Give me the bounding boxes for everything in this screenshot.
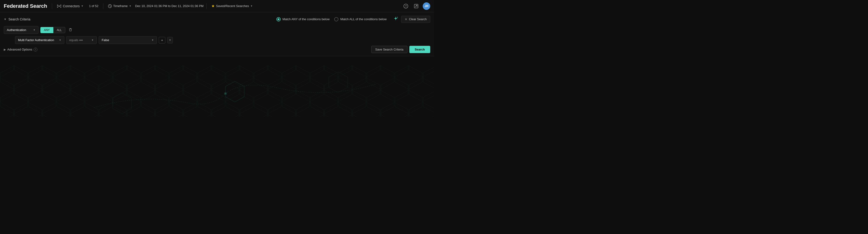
condition-row: Multi Factor Authentication ▼ equals == … [15,36,430,44]
svg-line-15 [415,5,417,7]
connector-count: 1 of 52 [89,4,98,8]
match-all-option[interactable]: Match ALL of the conditions below [334,17,386,21]
svg-rect-24 [0,65,434,117]
timeframe-button[interactable]: Timeframe ▼ [106,3,133,9]
svg-point-2 [60,5,61,6]
datetime-range: Dec 10, 2024 01:36 PM to Dec 11, 2024 01… [135,4,204,8]
chevron-right-icon: ▶ [4,48,6,51]
delete-group-button[interactable] [67,27,74,33]
svg-line-11 [110,6,111,7]
svg-point-0 [59,6,60,7]
network-icon [57,4,62,8]
field-type-label: Authentication [7,28,26,32]
search-button[interactable]: Search [409,46,430,53]
svg-point-29 [225,93,226,94]
action-buttons: Save Search Criteria Search [371,46,430,53]
svg-line-6 [60,5,60,6]
saved-searches-label: Saved/Recent Searches [216,4,249,8]
all-toggle-button[interactable]: ALL [53,27,65,33]
svg-text:?: ? [405,4,406,8]
info-icon: i [34,48,37,52]
match-any-radio[interactable] [276,17,281,21]
svg-point-1 [57,5,58,6]
connectors-button[interactable]: Connectors ▼ [55,3,86,9]
sparkle-icon [393,16,398,21]
match-all-radio[interactable] [334,17,338,21]
app-header: Federated Search Connectors ▼ 1 of 52 Ti… [0,0,434,12]
criteria-toggle[interactable]: ▼ Search Criteria [4,18,30,21]
hex-background [0,65,434,117]
star-icon: ★ [211,4,215,8]
timeframe-label: Timeframe [113,4,128,8]
connectors-label: Connectors [63,4,80,8]
value-dropdown[interactable]: False ▼ [99,36,157,44]
header-divider [52,3,52,9]
criteria-right-actions: Match ANY of the conditions below Match … [276,15,430,23]
chevron-down-icon-operator: ▼ [91,39,94,41]
header-divider-2 [103,3,103,9]
svg-point-3 [57,7,58,7]
value-label: False [102,38,152,42]
chevron-down-icon-condition-field: ▼ [59,39,61,41]
saved-searches-button[interactable]: ★ Saved/Recent Searches ▼ [210,3,255,9]
any-all-toggle: ANY ALL [40,27,65,33]
clock-icon [108,4,112,8]
match-any-label: Match ANY of the conditions below [282,18,330,21]
add-condition-dropdown-button[interactable]: ▼ [167,37,173,43]
sparkle-ai-button[interactable] [392,15,399,23]
operator-dropdown[interactable]: equals == ▼ [66,36,97,44]
svg-line-7 [58,6,59,7]
chevron-down-icon: ▼ [81,5,83,7]
chevron-down-icon-timeframe: ▼ [129,5,131,7]
condition-field-label: Multi Factor Authentication [18,38,54,42]
match-conditions-group: Match ANY of the conditions below Match … [276,17,386,21]
save-search-button[interactable]: Save Search Criteria [371,46,407,53]
add-condition-button[interactable]: + [159,37,165,43]
advanced-options-label: Advanced Options [7,48,32,51]
chevron-down-icon-add: ▼ [169,39,171,41]
app-title: Federated Search [4,3,47,9]
svg-line-5 [58,5,59,6]
condition-field-dropdown[interactable]: Multi Factor Authentication ▼ [15,36,64,44]
chevron-down-icon-value: ▼ [152,39,154,41]
chevron-down-icon-criteria: ▼ [4,18,7,21]
trash-icon [69,28,72,31]
operator-label: equals [69,38,78,42]
export-icon [414,4,418,8]
clear-search-button[interactable]: ✕ Clear Search [401,16,430,23]
operator-symbol: == [79,38,83,42]
chevron-down-icon-field: ▼ [33,29,35,31]
svg-point-4 [60,7,61,7]
any-toggle-button[interactable]: ANY [40,27,53,33]
match-all-label: Match ALL of the conditions below [340,18,386,21]
help-button[interactable]: ? [402,2,410,10]
clear-search-label: Clear Search [409,18,427,21]
criteria-label: Search Criteria [8,18,30,21]
svg-line-8 [60,6,60,7]
search-criteria-section: ▼ Search Criteria Match ANY of the condi… [0,12,434,56]
svg-rect-16 [69,29,71,31]
criteria-header-row: ▼ Search Criteria Match ANY of the condi… [4,15,430,23]
avatar[interactable]: JR [423,2,430,10]
match-any-option[interactable]: Match ANY of the conditions below [276,17,330,21]
plus-icon: + [161,38,163,42]
export-button[interactable] [412,2,420,10]
close-icon: ✕ [405,18,407,21]
header-right-actions: ? JR [402,2,430,10]
question-mark-icon: ? [403,4,408,8]
advanced-options-row: ▶ Advanced Options i Save Search Criteri… [4,46,430,53]
chevron-down-icon-saved: ▼ [250,5,253,7]
field-type-dropdown[interactable]: Authentication ▼ [4,26,38,34]
criteria-field-row: Authentication ▼ ANY ALL [4,26,430,34]
advanced-options-toggle[interactable]: ▶ Advanced Options i [4,48,37,52]
